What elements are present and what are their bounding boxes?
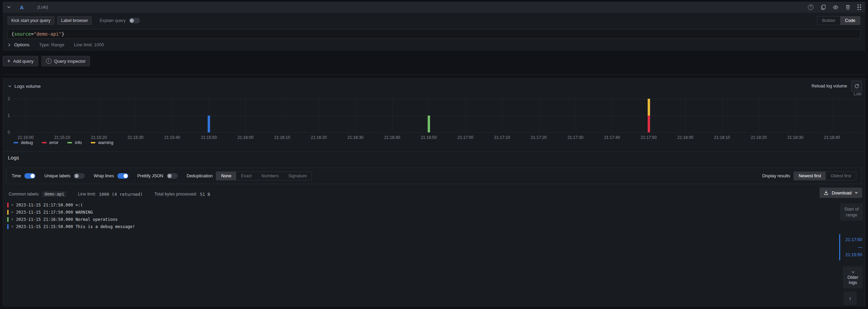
bar-error-21:17:50[interactable] bbox=[648, 116, 650, 132]
reload-log-volume-button[interactable] bbox=[851, 81, 862, 92]
visible-range-indicator[interactable]: 21:17:50 — 21:15:50 bbox=[839, 234, 863, 260]
duplicate-query-icon[interactable] bbox=[820, 4, 826, 10]
add-query-button[interactable]: + Add query bbox=[3, 56, 38, 66]
y-axis-tick-label: 0 bbox=[8, 130, 10, 135]
bar-debug-21:15:50[interactable] bbox=[208, 116, 210, 132]
legend-item-warning[interactable]: warning bbox=[91, 140, 113, 145]
x-gridline bbox=[759, 97, 759, 132]
log-timestamp: 2023-11-15 21:17:50.000 bbox=[16, 203, 76, 207]
log-row[interactable]: >2023-11-15 21:17:50.000 >:( bbox=[5, 201, 834, 209]
logs-section-title: Logs bbox=[8, 155, 19, 161]
range-dash: — bbox=[840, 243, 862, 251]
log-toggles: TimeUnique labelsWrap linesPrettify JSON bbox=[12, 173, 178, 179]
y-gridline bbox=[14, 99, 864, 99]
expand-row-icon[interactable]: > bbox=[11, 210, 16, 214]
chevron-down-icon[interactable] bbox=[7, 5, 11, 9]
toggle-switch-prettify-json[interactable] bbox=[167, 173, 178, 179]
log-row[interactable]: >2023-11-15 21:16:50.000 Normal operatio… bbox=[5, 216, 834, 223]
toggle-knob bbox=[167, 174, 172, 178]
explain-query-toggle[interactable] bbox=[129, 18, 140, 23]
hide-response-eye-icon[interactable] bbox=[833, 4, 838, 10]
x-axis-tick-label: 21:17:50 bbox=[641, 135, 657, 140]
toggle-time: Time bbox=[12, 173, 35, 179]
expand-row-icon[interactable]: > bbox=[11, 203, 16, 207]
expand-row-icon[interactable]: > bbox=[11, 217, 16, 222]
chevron-down-icon bbox=[855, 191, 858, 194]
toggle-knob bbox=[74, 174, 79, 178]
label-browser-button[interactable]: Label browser bbox=[57, 16, 92, 25]
legend-swatch-debug bbox=[13, 142, 18, 143]
toggle-knob bbox=[31, 174, 35, 178]
log-line-text: 2023-11-15 21:17:50.000 >:( bbox=[16, 203, 83, 207]
legend-item-error[interactable]: error bbox=[42, 140, 58, 145]
x-axis-tick-label: 21:18:20 bbox=[751, 135, 767, 140]
dedup-option-signature[interactable]: Signature bbox=[283, 172, 312, 180]
x-gridline bbox=[282, 97, 282, 132]
query-toolbar: Kick start your query Label browser Expl… bbox=[8, 16, 860, 25]
legend-label: error bbox=[49, 140, 58, 145]
kick-start-query-button[interactable]: Kick start your query bbox=[8, 16, 54, 25]
logs-volume-header: Logs volume Reload log volume bbox=[8, 81, 862, 92]
x-gridline bbox=[392, 97, 393, 132]
y-axis-tick-label: 2 bbox=[8, 96, 10, 101]
scroll-to-top-button[interactable]: ↑ bbox=[844, 292, 857, 305]
display-results-options: Newest firstOldest first bbox=[794, 171, 856, 180]
older-logs-label: Older logs bbox=[843, 275, 863, 285]
line-limit-label: Line limit: bbox=[78, 192, 96, 197]
add-query-label: Add query bbox=[13, 59, 33, 64]
mode-option-code[interactable]: Code bbox=[840, 16, 860, 25]
x-axis-tick-label: 21:15:00 bbox=[18, 135, 34, 140]
toggle-switch-wrap-lines[interactable] bbox=[117, 173, 128, 179]
legend-item-debug[interactable]: debug bbox=[13, 140, 33, 145]
toggle-label: Unique labels bbox=[44, 174, 70, 178]
query-token-open: { bbox=[11, 31, 14, 37]
x-axis-tick-label: 21:17:30 bbox=[567, 135, 583, 140]
logql-query-input[interactable]: {source="demo-api"} bbox=[8, 29, 860, 39]
toggle-switch-time[interactable] bbox=[24, 173, 35, 179]
display-option-newest-first[interactable]: Newest first bbox=[794, 172, 826, 180]
remove-query-trash-icon[interactable] bbox=[845, 4, 850, 10]
x-gridline bbox=[136, 97, 136, 132]
dedup-option-exact[interactable]: Exact bbox=[236, 172, 256, 180]
logs-volume-chart[interactable]: 01221:15:0021:15:1021:15:2021:15:3021:15… bbox=[14, 97, 864, 132]
logs-section-divider bbox=[3, 152, 865, 152]
query-inspector-button[interactable]: i Query inspector bbox=[42, 56, 90, 66]
bar-info-21:16:50[interactable] bbox=[428, 116, 430, 132]
dedup-option-none[interactable]: None bbox=[216, 172, 236, 180]
deduplication-options: NoneExactNumbersSignature bbox=[216, 171, 312, 180]
legend-item-info[interactable]: info bbox=[67, 140, 82, 145]
common-labels-group: Common labels: demo-api bbox=[9, 191, 66, 197]
log-message: WARNING bbox=[76, 210, 93, 215]
x-axis-tick-label: 21:18:30 bbox=[787, 135, 803, 140]
log-level-indicator-info bbox=[7, 217, 9, 222]
options-expander[interactable]: Options bbox=[8, 42, 30, 47]
legend-swatch-warning bbox=[91, 142, 95, 143]
download-label: Download bbox=[832, 190, 852, 195]
toggle-switch-unique-labels[interactable] bbox=[74, 173, 85, 179]
x-gridline bbox=[62, 97, 62, 132]
help-icon[interactable]: ? bbox=[808, 4, 813, 10]
x-gridline bbox=[245, 97, 246, 132]
logs-volume-collapse[interactable]: Logs volume bbox=[8, 84, 41, 89]
info-circle-icon: i bbox=[46, 58, 51, 64]
query-header-actions: ? bbox=[808, 4, 861, 10]
x-gridline bbox=[26, 97, 26, 132]
mode-option-builder[interactable]: Builder bbox=[817, 16, 840, 25]
download-button[interactable]: Download bbox=[820, 188, 862, 198]
log-level-indicator-warning bbox=[7, 210, 9, 215]
log-row[interactable]: >2023-11-15 21:17:50.000 WARNING bbox=[5, 209, 834, 216]
explain-query-label: Explain query bbox=[100, 18, 126, 23]
display-option-oldest-first[interactable]: Oldest first bbox=[826, 172, 856, 180]
logs-controls-bar: TimeUnique labelsWrap linesPrettify JSON… bbox=[6, 168, 862, 184]
expand-row-icon[interactable]: > bbox=[11, 224, 16, 229]
bar-warning-21:17:50[interactable] bbox=[648, 99, 650, 116]
drag-handle-icon[interactable] bbox=[857, 4, 861, 10]
log-row[interactable]: >2023-11-15 21:15:50.000 This is a debug… bbox=[5, 223, 834, 230]
query-row-header[interactable]: A (Loki) ? bbox=[3, 2, 865, 13]
x-axis-tick-label: 21:17:00 bbox=[458, 135, 474, 140]
common-labels-label: Common labels: bbox=[9, 192, 39, 197]
x-axis-tick-label: 21:17:40 bbox=[604, 135, 620, 140]
dedup-option-numbers[interactable]: Numbers bbox=[257, 172, 284, 180]
older-logs-button[interactable]: Older logs bbox=[843, 266, 863, 288]
display-results-control: Display results Newest firstOldest first bbox=[762, 171, 856, 180]
